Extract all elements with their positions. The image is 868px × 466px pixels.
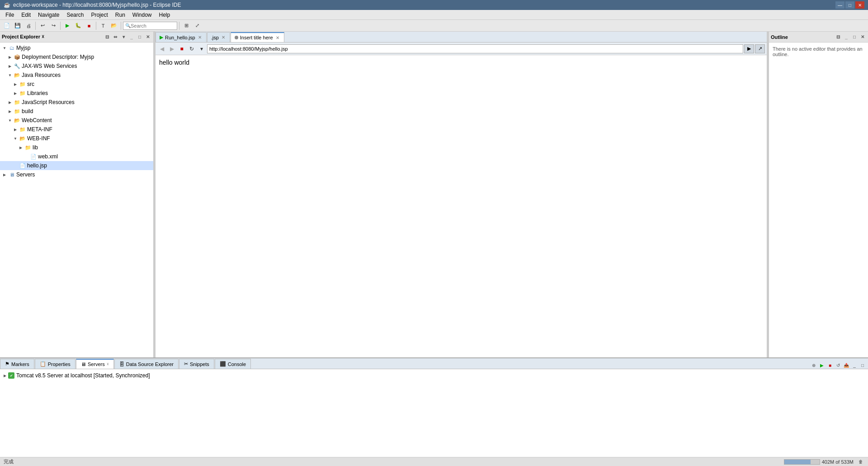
tb-open-type-button[interactable]: T — [98, 21, 108, 30]
tb-open-resource-button[interactable]: 📂 — [109, 21, 119, 30]
browser-refresh-button[interactable]: ↻ — [187, 44, 196, 53]
tree-label-meta-inf: META-INF — [27, 126, 52, 133]
bottom-minimize-icon[interactable]: _ — [851, 361, 858, 369]
tree-item-js-resources[interactable]: ▶ 📁 JavaScript Resources — [0, 98, 153, 107]
server-arrow-icon: ▶ — [4, 374, 6, 378]
tree-item-meta-inf[interactable]: ▶ 📁 META-INF — [0, 125, 153, 134]
tab-properties-label: Properties — [48, 361, 71, 367]
browser-forward-button[interactable]: ▶ — [167, 44, 176, 53]
tree-item-java-resources[interactable]: ▼ 📂 Java Resources — [0, 71, 153, 80]
tab-insert-title[interactable]: Insert title here ✕ — [231, 32, 284, 42]
tree-item-src[interactable]: ▶ 📁 src — [0, 80, 153, 89]
tb-redo-button[interactable]: ↪ — [48, 21, 58, 30]
tree-item-lib[interactable]: ▶ 📁 lib — [0, 143, 153, 152]
tree-item-web-inf[interactable]: ▼ 📂 WEB-INF — [0, 134, 153, 143]
panel-close-icon[interactable]: ✕ — [144, 33, 151, 41]
tab-console[interactable]: ⬛ Console — [215, 359, 251, 369]
tree-item-build[interactable]: ▶ 📁 build — [0, 107, 153, 116]
tb-stop-button[interactable]: ■ — [84, 21, 94, 30]
bottom-start-icon[interactable]: ▶ — [818, 361, 826, 369]
tb-maximize-button[interactable]: ⤢ — [192, 21, 202, 30]
tree-item-jaxws[interactable]: ▶ 🔧 JAX-WS Web Services — [0, 62, 153, 71]
collapse-all-icon[interactable]: ⊟ — [104, 33, 111, 41]
project-explorer-panel: Project Explorer ☓ ⊟ ⇔ ▾ _ □ ✕ ▼ 🗂 Myjsp — [0, 32, 154, 357]
outline-close-icon[interactable]: ✕ — [859, 33, 866, 41]
tab-properties[interactable]: 📋 Properties — [35, 359, 75, 369]
menu-help[interactable]: Help — [156, 11, 174, 19]
tb-run-button[interactable]: ▶ — [62, 21, 72, 30]
memory-label: 402M of 533M — [822, 459, 854, 465]
markers-icon: ⚑ — [5, 361, 9, 367]
tree-item-myjsp[interactable]: ▼ 🗂 Myjsp — [0, 43, 153, 52]
browser-go-button[interactable]: ▶ — [744, 44, 754, 53]
outline-maximize-icon[interactable]: □ — [851, 33, 858, 41]
url-bar[interactable] — [207, 44, 743, 53]
tree-label-web-inf: WEB-INF — [27, 135, 50, 142]
tb-perspective-button[interactable]: ⊞ — [181, 21, 191, 30]
tab-markers[interactable]: ⚑ Markers — [0, 359, 34, 369]
bottom-new-server-icon[interactable]: ⊕ — [810, 361, 817, 369]
outline-minimize-icon[interactable]: _ — [843, 33, 850, 41]
tb-save-button[interactable]: 💾 — [13, 21, 23, 30]
toolbar-search-box[interactable]: 🔍 — [123, 22, 177, 30]
tree-label-servers: Servers — [16, 171, 35, 178]
tb-debug-button[interactable]: 🐛 — [73, 21, 83, 30]
tab-datasource[interactable]: 🗄 Data Source Explorer — [114, 359, 179, 369]
tab-snippets[interactable]: ✂ Snippets — [179, 359, 214, 369]
panel-menu-icon[interactable]: ▾ — [120, 33, 127, 41]
browser-stop-button[interactable]: ■ — [177, 44, 186, 53]
bottom-restart-icon[interactable]: ↺ — [835, 361, 842, 369]
arrow-web-inf: ▼ — [13, 136, 18, 141]
arrow-build: ▶ — [7, 109, 13, 114]
tree-item-deployment[interactable]: ▶ 📦 Deployment Descriptor: Myjsp — [0, 52, 153, 62]
tb-print-button[interactable]: 🖨 — [24, 21, 33, 30]
bottom-publish-icon[interactable]: 📤 — [843, 361, 850, 369]
tab-servers[interactable]: 🖥 Servers ☓ — [76, 359, 114, 369]
menu-search[interactable]: Search — [63, 11, 87, 19]
window-title: eclipse-workspace - http://localhost:808… — [13, 2, 181, 8]
link-with-editor-icon[interactable]: ⇔ — [112, 33, 119, 41]
menu-project[interactable]: Project — [87, 11, 111, 19]
bottom-stop-icon[interactable]: ■ — [826, 361, 834, 369]
tree-item-servers[interactable]: ▶ 🖥 Servers — [0, 170, 153, 179]
panel-minimize-icon[interactable]: _ — [128, 33, 135, 41]
bottom-maximize-icon[interactable]: □ — [859, 361, 866, 369]
menu-edit[interactable]: Edit — [18, 11, 34, 19]
tb-undo-button[interactable]: ↩ — [38, 21, 47, 30]
minimize-button[interactable]: — — [835, 1, 844, 9]
snippets-icon: ✂ — [184, 361, 188, 367]
tab-jsp-close[interactable]: ✕ — [221, 35, 226, 40]
menu-bar: File Edit Navigate Search Project Run Wi… — [0, 10, 868, 20]
tab-jsp[interactable]: .jsp ✕ — [207, 32, 230, 42]
outline-collapse-icon[interactable]: ⊟ — [835, 33, 842, 41]
tab-run-hello-jsp[interactable]: ▶ Run_hello.jsp ✕ — [156, 32, 207, 42]
search-input[interactable] — [131, 23, 171, 29]
tab-insert-title-close[interactable]: ✕ — [275, 35, 280, 40]
tree-item-webcontent[interactable]: ▼ 📂 WebContent — [0, 116, 153, 125]
gc-icon[interactable]: 🗑 — [857, 458, 864, 466]
menu-run[interactable]: Run — [112, 11, 129, 19]
lib-icon: 📁 — [24, 144, 32, 151]
tb-sep-5 — [179, 22, 179, 30]
tab-run-icon: ▶ — [160, 34, 163, 40]
tree-item-libraries[interactable]: ▶ 📁 Libraries — [0, 89, 153, 98]
tree-label-build: build — [22, 108, 33, 114]
center-editor-area: ▶ Run_hello.jsp ✕ .jsp ✕ Insert title he… — [156, 32, 767, 357]
menu-file[interactable]: File — [2, 11, 18, 19]
browser-dropdown-button[interactable]: ▾ — [197, 44, 206, 53]
tb-new-button[interactable]: 📄 — [2, 21, 12, 30]
browser-external-button[interactable]: ↗ — [755, 44, 765, 53]
menu-navigate[interactable]: Navigate — [34, 11, 63, 19]
browser-back-button[interactable]: ◀ — [157, 44, 166, 53]
servers-tab-close-icon: ☓ — [107, 362, 109, 366]
arrow-jaxws: ▶ — [7, 63, 13, 69]
close-button[interactable]: ✕ — [855, 1, 864, 9]
tree-item-hello-jsp[interactable]: ▶ 📄 hello.jsp — [0, 161, 153, 170]
tree-item-webxml[interactable]: ▶ 📄 web.xml — [0, 152, 153, 161]
jaxws-icon: 🔧 — [14, 62, 21, 70]
tab-run-hello-close[interactable]: ✕ — [197, 35, 203, 40]
server-item-tomcat[interactable]: ▶ ✔ Tomcat v8.5 Server at localhost [Sta… — [2, 371, 866, 380]
menu-window[interactable]: Window — [129, 11, 156, 19]
maximize-button[interactable]: □ — [845, 1, 854, 9]
panel-maximize-icon[interactable]: □ — [136, 33, 143, 41]
